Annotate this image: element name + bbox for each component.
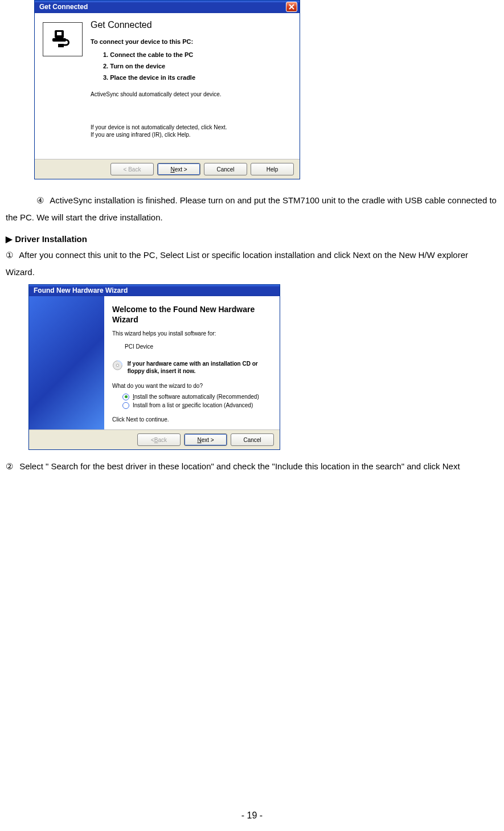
- dialog-heading: Get Connected: [91, 20, 294, 30]
- radio-specific[interactable]: Install from a list or specific location…: [122, 401, 272, 410]
- close-icon[interactable]: [286, 2, 297, 12]
- titlebar: Get Connected: [35, 1, 300, 13]
- install-cd-icon: [112, 360, 123, 375]
- svg-rect-3: [58, 44, 64, 47]
- wizard-sidebar-graphic: [29, 296, 104, 429]
- driver-step-1-text: After you connect this unit to the PC, S…: [6, 250, 468, 277]
- driver-installation-header: ▶ Driver Installation: [6, 234, 498, 244]
- cancel-button[interactable]: Cancel: [204, 163, 247, 175]
- cancel-button[interactable]: Cancel: [231, 433, 274, 446]
- wizard-continue-text: Click Next to continue.: [112, 416, 272, 423]
- svg-rect-1: [57, 32, 62, 35]
- step-4-marker: ④: [36, 192, 48, 209]
- step-4-paragraph: ④ ActiveSync installation is finished. P…: [6, 192, 498, 226]
- back-button: < Back: [137, 433, 181, 446]
- step-3: 3. Place the device in its cradle: [103, 72, 294, 84]
- page-number: - 19 -: [0, 810, 504, 821]
- get-connected-dialog: Get Connected Get Connected To connect y…: [34, 0, 300, 179]
- svg-rect-2: [52, 38, 66, 42]
- radio-specific-label: Install from a list or specific location…: [133, 401, 253, 410]
- wizard-heading: Welcome to the Found New Hardware Wizard: [112, 304, 272, 325]
- titlebar-text: Found New Hardware Wizard: [34, 286, 128, 294]
- radio-icon: [122, 402, 129, 409]
- note-line-1: If your device is not automatically dete…: [91, 124, 294, 131]
- device-icon: [43, 22, 83, 56]
- radio-auto[interactable]: Install the software automatically (Reco…: [122, 392, 272, 401]
- driver-step-1-paragraph: ① After you connect this unit to the PC,…: [6, 247, 498, 281]
- next-button[interactable]: Next >: [157, 163, 200, 175]
- install-cd-text: If your hardware came with an installati…: [128, 360, 272, 375]
- step-2: 2. Turn on the device: [103, 61, 294, 72]
- driver-step-2-text: Select " Search for the best driver in t…: [19, 461, 460, 471]
- detect-note: ActiveSync should automatically detect y…: [91, 91, 294, 97]
- wizard-intro: This wizard helps you install software f…: [112, 330, 272, 337]
- back-button: < Back: [110, 163, 154, 175]
- driver-step-1-marker: ①: [6, 247, 17, 264]
- driver-step-2-marker: ②: [6, 458, 17, 475]
- svg-point-5: [116, 365, 118, 367]
- help-button[interactable]: Help: [251, 163, 294, 175]
- dialog-button-bar: < Back Next > Cancel: [29, 429, 280, 449]
- titlebar-text: Get Connected: [39, 3, 88, 11]
- step-4-text: ActiveSync installation is finished. Ple…: [6, 195, 497, 222]
- titlebar: Found New Hardware Wizard: [29, 285, 280, 296]
- dialog-subhead: To connect your device to this PC:: [91, 38, 294, 45]
- dialog-button-bar: < Back Next > Cancel Help: [35, 159, 300, 179]
- step-1: 1. Connect the cable to the PC: [103, 50, 294, 61]
- note-line-2: If you are using infrared (IR), click He…: [91, 131, 294, 138]
- wizard-question: What do you want the wizard to do?: [112, 383, 272, 389]
- found-new-hardware-dialog: Found New Hardware Wizard Welcome to the…: [28, 284, 280, 450]
- driver-step-2-paragraph: ② Select " Search for the best driver in…: [6, 458, 498, 475]
- radio-auto-label: Install the software automatically (Reco…: [133, 392, 259, 401]
- dialog-body: Get Connected To connect your device to …: [35, 13, 300, 159]
- radio-icon: [122, 394, 129, 400]
- device-name: PCI Device: [125, 343, 272, 350]
- next-button[interactable]: Next >: [184, 433, 227, 446]
